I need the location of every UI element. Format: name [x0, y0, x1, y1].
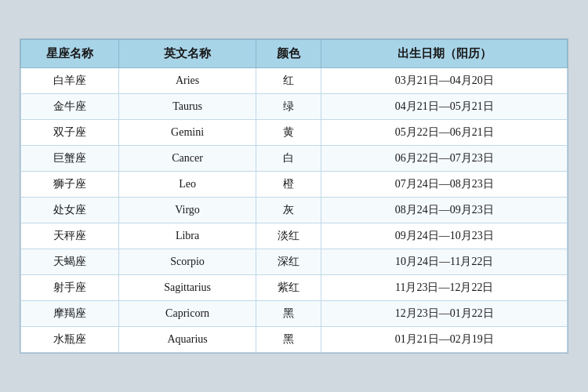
cell-chinese: 双子座 [21, 120, 119, 146]
cell-english: Sagittarius [119, 275, 256, 301]
table-row: 金牛座Taurus绿04月21日—05月21日 [21, 94, 568, 120]
table-header-row: 星座名称 英文名称 颜色 出生日期（阳历） [21, 40, 568, 68]
table-row: 处女座Virgo灰08月24日—09月23日 [21, 198, 568, 223]
cell-color: 灰 [256, 198, 321, 223]
table-row: 水瓶座Aquarius黑01月21日—02月19日 [21, 327, 568, 353]
table-row: 巨蟹座Cancer白06月22日—07月23日 [21, 146, 568, 172]
cell-date: 03月21日—04月20日 [321, 68, 568, 94]
cell-date: 10月24日—11月22日 [321, 249, 568, 275]
table-body: 白羊座Aries红03月21日—04月20日金牛座Taurus绿04月21日—0… [21, 68, 568, 353]
cell-english: Cancer [119, 146, 256, 172]
cell-chinese: 射手座 [21, 275, 119, 301]
cell-chinese: 天秤座 [21, 223, 119, 249]
cell-chinese: 金牛座 [21, 94, 119, 120]
cell-english: Virgo [119, 198, 256, 223]
cell-date: 05月22日—06月21日 [321, 120, 568, 146]
cell-color: 紫红 [256, 275, 321, 301]
cell-color: 深红 [256, 249, 321, 275]
cell-date: 08月24日—09月23日 [321, 198, 568, 223]
cell-date: 09月24日—10月23日 [321, 223, 568, 249]
table-row: 射手座Sagittarius紫红11月23日—12月22日 [21, 275, 568, 301]
cell-color: 黄 [256, 120, 321, 146]
cell-date: 06月22日—07月23日 [321, 146, 568, 172]
cell-date: 07月24日—08月23日 [321, 172, 568, 198]
cell-color: 淡红 [256, 223, 321, 249]
header-date: 出生日期（阳历） [321, 40, 568, 68]
cell-english: Gemini [119, 120, 256, 146]
header-color: 颜色 [256, 40, 321, 68]
table-row: 狮子座Leo橙07月24日—08月23日 [21, 172, 568, 198]
cell-chinese: 处女座 [21, 198, 119, 223]
table-row: 白羊座Aries红03月21日—04月20日 [21, 68, 568, 94]
cell-color: 红 [256, 68, 321, 94]
table-row: 天秤座Libra淡红09月24日—10月23日 [21, 223, 568, 249]
cell-chinese: 天蝎座 [21, 249, 119, 275]
cell-english: Aries [119, 68, 256, 94]
zodiac-table: 星座名称 英文名称 颜色 出生日期（阳历） 白羊座Aries红03月21日—04… [20, 39, 568, 353]
zodiac-table-container: 星座名称 英文名称 颜色 出生日期（阳历） 白羊座Aries红03月21日—04… [20, 38, 568, 354]
cell-color: 黑 [256, 301, 321, 327]
cell-date: 01月21日—02月19日 [321, 327, 568, 353]
cell-chinese: 摩羯座 [21, 301, 119, 327]
cell-chinese: 巨蟹座 [21, 146, 119, 172]
cell-english: Aquarius [119, 327, 256, 353]
table-row: 天蝎座Scorpio深红10月24日—11月22日 [21, 249, 568, 275]
cell-chinese: 水瓶座 [21, 327, 119, 353]
cell-chinese: 狮子座 [21, 172, 119, 198]
cell-date: 12月23日—01月22日 [321, 301, 568, 327]
cell-english: Capricorn [119, 301, 256, 327]
cell-english: Scorpio [119, 249, 256, 275]
cell-english: Libra [119, 223, 256, 249]
cell-english: Leo [119, 172, 256, 198]
cell-color: 绿 [256, 94, 321, 120]
cell-date: 04月21日—05月21日 [321, 94, 568, 120]
cell-color: 黑 [256, 327, 321, 353]
table-row: 双子座Gemini黄05月22日—06月21日 [21, 120, 568, 146]
cell-chinese: 白羊座 [21, 68, 119, 94]
cell-english: Taurus [119, 94, 256, 120]
header-chinese: 星座名称 [21, 40, 119, 68]
header-english: 英文名称 [119, 40, 256, 68]
cell-color: 白 [256, 146, 321, 172]
cell-color: 橙 [256, 172, 321, 198]
cell-date: 11月23日—12月22日 [321, 275, 568, 301]
table-row: 摩羯座Capricorn黑12月23日—01月22日 [21, 301, 568, 327]
